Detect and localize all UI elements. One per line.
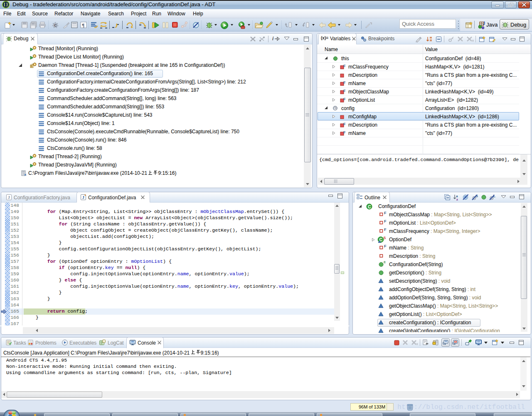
- svg-text:z: z: [456, 197, 458, 201]
- svg-text:F: F: [343, 130, 346, 135]
- svg-text:J: J: [8, 195, 10, 200]
- svg-text:F: F: [343, 97, 346, 101]
- svg-text:F: F: [343, 64, 346, 68]
- svg-text:F: F: [343, 122, 346, 126]
- svg-text:¶: ¶: [82, 22, 84, 28]
- svg-text:F: F: [343, 81, 346, 85]
- svg-text:C: C: [54, 23, 57, 27]
- svg-text:L: L: [334, 107, 336, 110]
- svg-text:J: J: [82, 195, 85, 200]
- svg-text:S: S: [384, 236, 386, 240]
- svg-text:F: F: [343, 89, 346, 93]
- svg-text:J: J: [483, 21, 485, 26]
- svg-text:C: C: [368, 204, 371, 209]
